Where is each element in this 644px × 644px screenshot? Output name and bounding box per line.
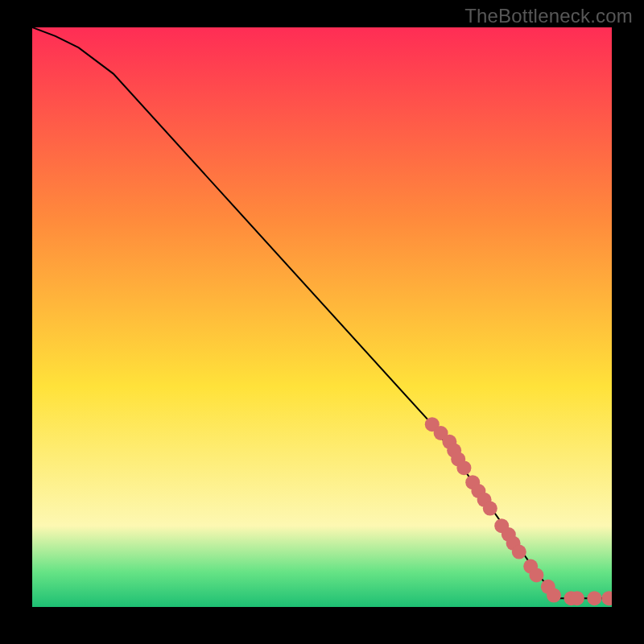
plot-area — [32, 27, 612, 607]
data-dot — [529, 568, 543, 582]
data-dot — [456, 460, 471, 475]
chart-frame: TheBottleneck.com — [0, 0, 644, 644]
gradient-background — [32, 27, 612, 607]
data-dot — [512, 545, 526, 559]
chart-svg — [32, 27, 612, 607]
watermark-text: TheBottleneck.com — [464, 5, 633, 27]
data-dot — [547, 588, 561, 603]
data-dot — [587, 591, 601, 605]
data-dot — [483, 502, 497, 516]
data-dot — [570, 591, 584, 605]
